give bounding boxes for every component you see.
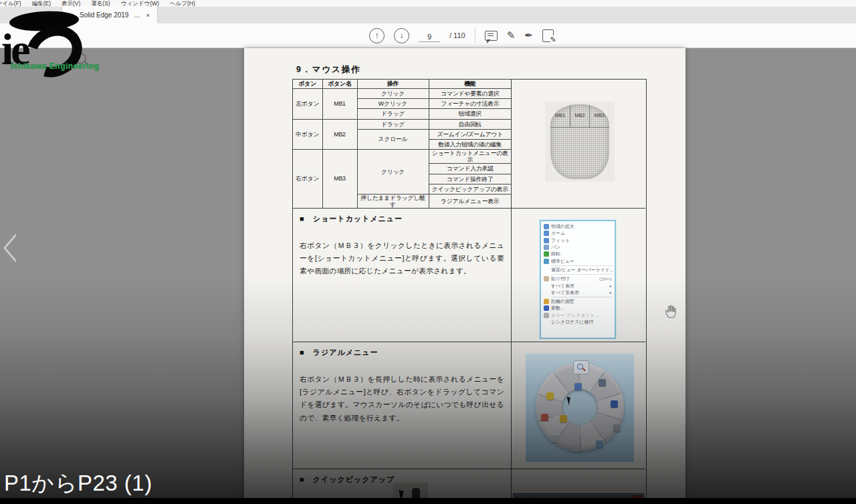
table-cell: コマンド入力承認 (429, 164, 511, 174)
fill-sign-icon[interactable] (542, 29, 554, 42)
menu-item-icon (544, 224, 549, 229)
mouse-photo: MB1 MB2 MB3 (545, 102, 615, 182)
menu-item-label: パン (551, 244, 560, 251)
menu-item-icon (544, 276, 549, 281)
mouse-body: MB1 MB2 MB3 (550, 104, 609, 179)
table-row: 右ボタン MB3 クリック ショートカットメニューの表示 (293, 150, 511, 164)
tab-overflow: ... (134, 11, 139, 19)
shortcut-section: ■ ショートカットメニュー 右ボタン（ＭＢ３）をクリックしたときに表示されるメニ… (293, 208, 511, 342)
menu-item-label: すべて非表示 (551, 289, 579, 296)
zoom-badge-icon (573, 360, 589, 374)
mouse-label-mb1: MB1 (555, 112, 565, 118)
video-letterbox (0, 498, 856, 504)
radial-menu-screenshot (526, 354, 634, 462)
previous-page-button[interactable]: ↑ (369, 28, 385, 43)
menu-item-label: 変数... (551, 305, 564, 312)
page-total-label: / 110 (449, 31, 465, 39)
menu-item: 領域の拡大 (543, 223, 613, 230)
table-row: 中ボタン MB2 ドラッグ 自由回転 (293, 119, 511, 129)
zoom-icon[interactable] (75, 53, 86, 64)
col-header: 機能 (429, 80, 511, 89)
menu-item-icon (544, 238, 549, 243)
content-table: ボタン ボタン名 操作 機能 左ボタン MB1 クリック コマンドや要素の選択 … (292, 79, 647, 504)
menu-item-label: フィット (551, 237, 570, 244)
radial-icon (560, 415, 567, 422)
radial-icon (613, 424, 621, 432)
menu-item: 標準ビュー (543, 257, 613, 264)
menu-item-shortcut: Ctrl+V (599, 277, 613, 281)
table-cell: 領域選択 (429, 109, 511, 119)
chevron-left-icon[interactable] (1, 233, 19, 263)
radial-image-cell (511, 342, 645, 469)
menu-item: パン (543, 244, 613, 251)
video-title-overlay: P1からP23 (1) (4, 469, 152, 499)
menu-edit[interactable]: 編集(E) (32, 0, 51, 7)
page-title: 9．マウス操作 (296, 64, 361, 76)
menu-item: シンクロナスに移行 (543, 319, 613, 326)
table-cell: クリック (357, 150, 429, 195)
submenu-arrow-icon: ▸ (610, 283, 613, 289)
tab-document-label: Solid Edge 2019 (80, 11, 128, 19)
table-cell: コマンドや要素の選択 (429, 89, 511, 99)
shortcut-menu-list: 領域の拡大ズームフィットパン回転標準ビュー背景/ビュー オーバーライド...貼り… (543, 223, 613, 326)
toolbar-separator (475, 28, 475, 43)
menu-item: すべて非表示▸ (543, 289, 613, 296)
pdf-page: 9．マウス操作 ボタン ボタン名 操作 機能 左ボタン MB1 クリック (244, 48, 685, 504)
menubar: ファイル(F) 編集(E) 表示(V) 署名(S) ウィンドウ(W) ヘルプ(H… (0, 0, 856, 7)
menu-item-icon (544, 305, 549, 311)
menu-item: ズーム (543, 230, 613, 237)
page-number-input[interactable]: 9 (419, 29, 440, 42)
menu-item-label: 背景/ビュー オーバーライド... (551, 267, 614, 273)
menu-item-label: 標準ビュー (551, 258, 574, 265)
tab-close-icon[interactable]: × (146, 12, 150, 19)
table-cell: クイックピックアップの表示 (429, 184, 511, 194)
menu-item: 回転 (543, 251, 613, 257)
mouse-button-divider (550, 127, 609, 128)
menu-item-icon (544, 251, 549, 257)
radial-icon (599, 379, 606, 386)
radial-icon (596, 440, 603, 448)
shortcut-menu-screenshot: 領域の拡大ズームフィットパン回転標準ビュー背景/ビュー オーバーライド...貼り… (540, 220, 616, 339)
shortcut-image-cell: 領域の拡大ズームフィットパン回転標準ビュー背景/ビュー オーバーライド...貼り… (511, 208, 645, 342)
menu-item: 変数... (543, 305, 613, 311)
table-cell: Wクリック (357, 99, 429, 109)
col-header: 操作 (357, 80, 429, 89)
section-body: 右ボタン（ＭＢ３）を長押しした時に表示されるメニューを[ラジアルメニュー]と呼び… (300, 373, 504, 424)
menu-item-icon (544, 231, 549, 236)
sign-icon[interactable]: ✒ (524, 29, 533, 41)
menu-item-label: シンクロナスに移行 (551, 319, 593, 326)
table-cell: MB3 (322, 150, 357, 209)
menu-sign[interactable]: 署名(S) (91, 0, 110, 7)
hand-cursor-icon (663, 303, 678, 319)
table-cell: 右ボタン (293, 150, 322, 209)
next-page-button[interactable]: ↓ (394, 28, 409, 43)
menu-item: 貼り付けCtrl+V (543, 275, 613, 282)
section-title: ■ クイックピックアップ (300, 475, 395, 485)
menu-item-label: 距離の測定 (551, 298, 574, 305)
table-cell: スクロール (357, 129, 429, 149)
radial-section: ■ ラジアルメニュー 右ボタン（ＭＢ３）を長押しした時に表示されるメニューを[ラ… (293, 342, 511, 469)
table-cell: フィーチャの寸法表示 (429, 99, 511, 109)
menu-file[interactable]: ファイル(F) (0, 0, 21, 7)
table-cell: ドラッグ (357, 119, 429, 129)
table-row: 左ボタン MB1 クリック コマンドや要素の選択 (293, 89, 511, 99)
submenu-arrow-icon: ▸ (610, 290, 613, 295)
menu-item: エラー アシスタント... (543, 312, 613, 319)
radial-icon (573, 445, 580, 452)
table-cell: ドラッグ (357, 109, 429, 119)
radial-icon (546, 392, 554, 400)
table-cell: 中ボタン (293, 119, 322, 150)
menu-separator (551, 265, 613, 266)
mouse-table-cell: ボタン ボタン名 操作 機能 左ボタン MB1 クリック コマンドや要素の選択 … (293, 80, 511, 208)
tab-document[interactable]: Solid Edge 2019 ... × (62, 7, 158, 23)
radial-icon (574, 383, 582, 390)
radial-wheel (536, 363, 624, 451)
menu-window[interactable]: ウィンドウ(W) (121, 0, 159, 7)
menu-view[interactable]: 表示(V) (62, 0, 80, 7)
menu-item: 距離の測定 (543, 298, 613, 305)
tab-tools-partial[interactable]: ール (36, 10, 50, 19)
section-body: 右ボタン（ＭＢ３）をクリックしたときに表示されるメニューを[ショートカットメニュ… (300, 239, 504, 278)
comment-icon[interactable] (485, 31, 498, 41)
highlight-icon[interactable]: ✎ (507, 29, 516, 41)
menu-help[interactable]: ヘルプ(H) (170, 0, 195, 7)
